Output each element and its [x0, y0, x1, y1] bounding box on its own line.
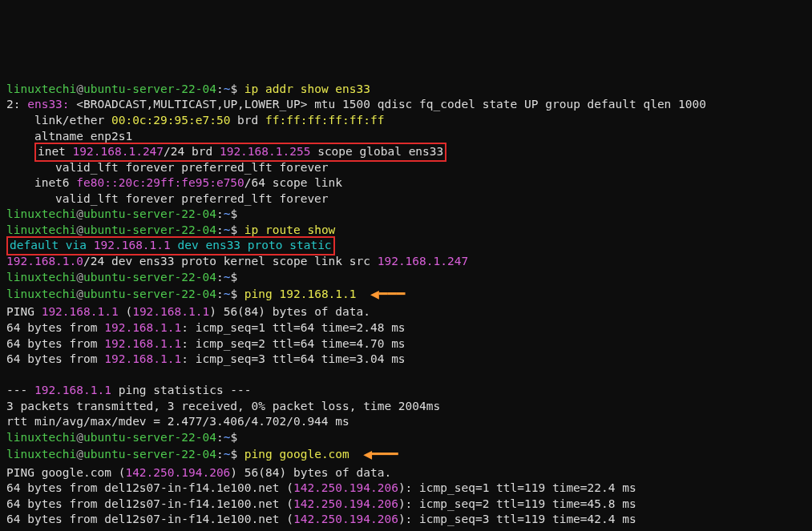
route-highlight-box: default via 192.168.1.1 dev ens33 proto … — [6, 236, 335, 255]
arrow-annotation-icon: ◀━━━ — [363, 445, 398, 464]
terminal-output: linuxtechi@ubuntu-server-22-04:~$ ip add… — [6, 66, 806, 531]
cmd-ping-google: ping google.com — [244, 449, 349, 461]
arrow-annotation-icon: ◀━━━ — [370, 284, 405, 304]
cmd-ip-addr: ip addr show ens33 — [244, 82, 370, 95]
prompt-user: linuxtechi — [6, 82, 76, 95]
inet-highlight-box: inet 192.168.1.247/24 brd 192.168.1.255 … — [34, 143, 446, 162]
terminal-window[interactable]: { "prompt": { "user": "linuxtechi", "at"… — [0, 0, 812, 531]
cmd-ip-route: ip route show — [244, 223, 336, 236]
cmd-ping-gateway: ping 192.168.1.1 — [244, 288, 357, 300]
prompt-host: ubuntu-server-22-04 — [83, 82, 216, 95]
